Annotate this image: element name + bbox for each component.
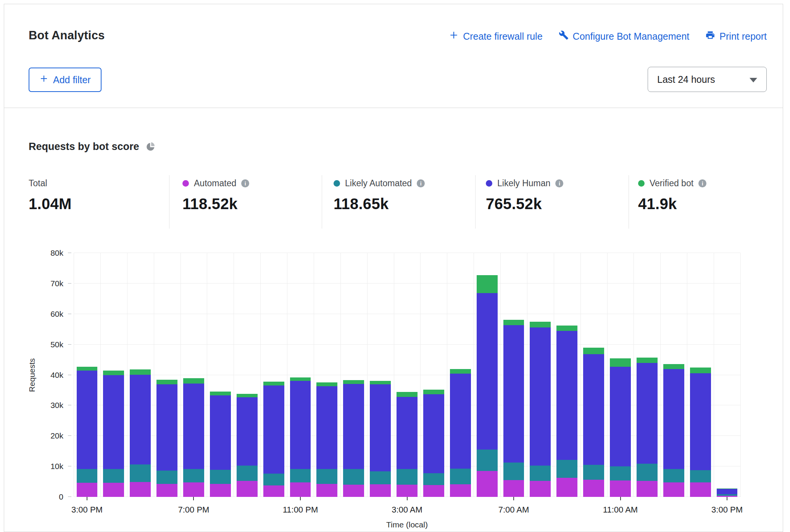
segment-automated — [583, 480, 604, 497]
segment-likely-human — [156, 384, 177, 470]
segment-automated — [237, 481, 258, 497]
bar-9-00-pm[interactable] — [237, 253, 258, 497]
stats-row: Total 1.04M Automated 118.52k Likely Aut… — [4, 175, 783, 229]
info-icon[interactable] — [241, 179, 249, 187]
segment-automated — [103, 483, 124, 497]
x-tick-label: 7:00 PM — [159, 505, 228, 515]
y-tick-label: 20k — [4, 431, 63, 440]
x-tick-label: 11:00 AM — [586, 505, 655, 515]
segment-verified-bot — [263, 382, 284, 385]
bar-2-00-pm[interactable] — [690, 253, 711, 497]
info-icon[interactable] — [417, 179, 425, 187]
bar-12-00-am[interactable] — [316, 253, 337, 497]
y-tick-mark — [68, 497, 71, 497]
segment-verified-bot — [610, 358, 631, 367]
segment-likely-automated — [610, 466, 631, 480]
y-tick-mark — [68, 283, 71, 284]
plus-icon — [449, 30, 459, 42]
v-gridline — [260, 253, 261, 497]
v-gridline — [500, 253, 501, 497]
segment-likely-automated — [156, 471, 177, 484]
v-gridline — [74, 253, 74, 497]
segment-likely-human — [130, 375, 151, 465]
bar-3-00-am[interactable] — [397, 253, 418, 497]
segment-likely-automated — [290, 469, 311, 482]
configure-bot-management-link[interactable]: Configure Bot Management — [559, 30, 690, 42]
y-tick-mark — [68, 435, 71, 436]
bar-7-00-am[interactable] — [503, 253, 524, 497]
wrench-icon — [559, 30, 569, 42]
bar-6-00-am[interactable] — [477, 253, 498, 497]
stat-likely-automated-value: 118.65k — [334, 195, 425, 213]
bar-10-00-am[interactable] — [583, 253, 604, 497]
bar-8-00-am[interactable] — [530, 253, 551, 497]
plot-area — [74, 253, 740, 497]
time-range-select[interactable]: Last 24 hours — [648, 67, 767, 92]
segment-likely-automated — [637, 464, 658, 481]
segment-likely-automated — [210, 470, 231, 484]
bar-11-00-pm[interactable] — [290, 253, 311, 497]
v-gridline — [554, 253, 554, 497]
bar-5-00-am[interactable] — [450, 253, 471, 497]
segment-verified-bot — [156, 380, 177, 385]
segment-likely-automated — [237, 466, 258, 481]
stat-divider — [169, 175, 169, 229]
v-gridline — [634, 253, 634, 497]
add-filter-button[interactable]: Add filter — [29, 68, 102, 92]
v-gridline — [154, 253, 154, 497]
segment-likely-automated — [450, 469, 471, 485]
segment-automated — [183, 482, 204, 497]
segment-likely-automated — [397, 469, 418, 485]
x-tick-label: 3:00 PM — [693, 505, 761, 515]
bar-3-00-pm[interactable] — [717, 253, 738, 497]
bar-7-00-pm[interactable] — [183, 253, 204, 497]
y-tick-mark — [68, 405, 71, 405]
bar-10-00-pm[interactable] — [263, 253, 284, 497]
x-tick-mark — [193, 497, 194, 500]
v-gridline — [527, 253, 527, 497]
x-tick-mark — [87, 497, 87, 500]
segment-likely-automated — [343, 469, 364, 485]
bar-3-00-pm[interactable] — [77, 253, 98, 497]
stat-divider — [475, 175, 476, 229]
segment-verified-bot — [397, 392, 418, 397]
info-icon[interactable] — [698, 179, 706, 187]
bar-1-00-am[interactable] — [343, 253, 364, 497]
y-tick-label: 70k — [4, 279, 63, 288]
segment-automated — [316, 484, 337, 497]
segment-likely-human — [556, 331, 577, 460]
segment-automated — [397, 485, 418, 497]
bar-6-00-pm[interactable] — [156, 253, 177, 497]
bar-2-00-am[interactable] — [370, 253, 391, 497]
bar-11-00-am[interactable] — [610, 253, 631, 497]
bar-1-00-pm[interactable] — [663, 253, 684, 497]
stat-divider — [629, 175, 629, 229]
v-gridline — [340, 253, 341, 497]
chevron-down-icon — [750, 78, 757, 82]
bar-4-00-am[interactable] — [423, 253, 444, 497]
segment-verified-bot — [343, 380, 364, 384]
segment-likely-human — [263, 385, 284, 474]
v-gridline — [687, 253, 687, 497]
segment-likely-automated — [530, 466, 551, 481]
print-report-link[interactable]: Print report — [705, 30, 767, 42]
segment-likely-automated — [663, 469, 684, 482]
v-gridline — [100, 253, 101, 497]
create-firewall-rule-link[interactable]: Create firewall rule — [449, 30, 542, 42]
segment-verified-bot — [103, 371, 124, 375]
bar-5-00-pm[interactable] — [130, 253, 151, 497]
segment-likely-automated — [556, 460, 577, 478]
segment-likely-automated — [263, 474, 284, 486]
header-actions: Create firewall rule Configure Bot Manag… — [449, 30, 767, 42]
segment-likely-human — [690, 373, 711, 470]
stat-automated: Automated 118.52k — [182, 178, 249, 213]
v-gridline — [181, 253, 181, 497]
segment-likely-human — [183, 384, 204, 469]
info-icon[interactable] — [555, 179, 563, 187]
bar-4-00-pm[interactable] — [103, 253, 124, 497]
bar-8-00-pm[interactable] — [210, 253, 231, 497]
bar-12-00-pm[interactable] — [637, 253, 658, 497]
segment-verified-bot — [237, 394, 258, 397]
x-tick-mark — [620, 497, 621, 500]
bar-9-00-am[interactable] — [556, 253, 577, 497]
